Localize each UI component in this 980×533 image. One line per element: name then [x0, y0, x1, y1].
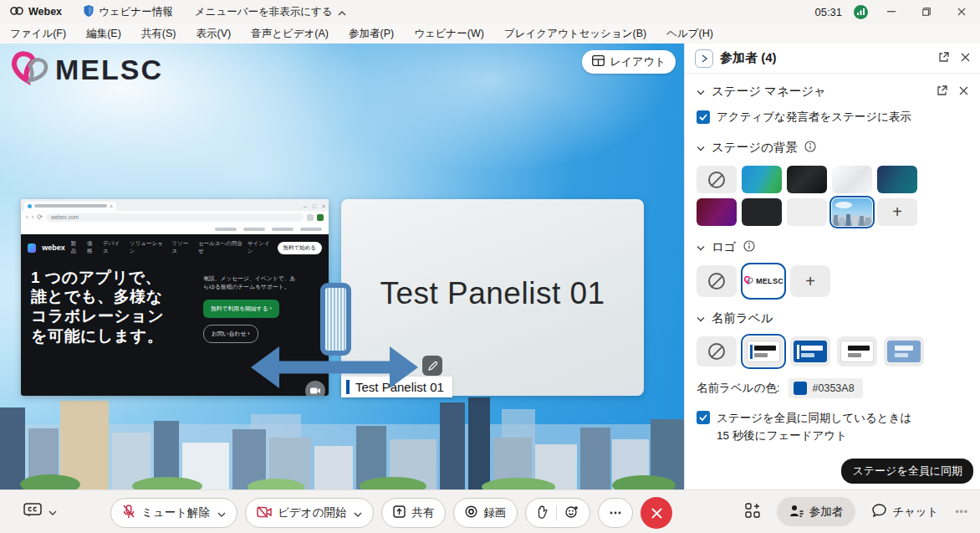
active-speaker-checkbox[interactable] [697, 110, 710, 124]
window-titlebar: Webex ウェビナー情報 メニューバーを非表示にする 05:31 [0, 0, 980, 23]
logo-section-title: ロゴ [712, 239, 737, 255]
share-button[interactable]: 共有 [381, 498, 446, 528]
background-bluegreen-swatch[interactable] [742, 166, 782, 193]
layout-button[interactable]: レイアウト [582, 50, 676, 74]
camera-off-icon [257, 506, 272, 520]
stage-brand-logo: MELSC [8, 49, 163, 91]
close-stage-manager-icon[interactable] [959, 85, 968, 98]
start-video-button[interactable]: ビデオの開始 [245, 498, 374, 528]
background-none-swatch[interactable] [697, 166, 737, 193]
name-label-style3-swatch[interactable] [837, 336, 877, 366]
background-chevron-icon[interactable] [697, 141, 705, 154]
name-label-style-row [685, 330, 980, 366]
apps-icon[interactable] [745, 503, 760, 520]
edit-name-label-button[interactable] [422, 356, 442, 376]
connection-quality-icon[interactable] [854, 5, 868, 19]
chat-button[interactable]: チャット [872, 504, 938, 520]
menu-file[interactable]: ファイル(F) [10, 27, 66, 41]
background-magenta-swatch[interactable] [697, 198, 737, 226]
stage-area: MELSC レイアウト × –□× ‹›⟳ webex.com webex 製品… [0, 44, 684, 489]
participants-toggle-button[interactable]: 参加者 [777, 497, 856, 526]
background-black-swatch[interactable] [742, 198, 782, 226]
browser-tab: × [24, 202, 116, 211]
video-options-chevron-icon[interactable] [354, 507, 362, 520]
browser-url-bar: ‹›⟳ webex.com [21, 211, 329, 223]
sync-stage-button[interactable]: ステージを全員に同期 [841, 459, 973, 484]
stage-manager-chevron-icon[interactable] [697, 85, 705, 98]
melsc-heart-icon-small [743, 275, 754, 288]
close-window-button[interactable] [950, 3, 973, 20]
more-options-button[interactable] [598, 498, 633, 528]
webinar-info-label: ウェビナー情報 [99, 5, 173, 19]
record-button[interactable]: 録画 [453, 498, 518, 528]
reactions-divider [556, 505, 557, 520]
name-label-chevron-icon[interactable] [697, 312, 705, 325]
menu-participants[interactable]: 参加者(P) [349, 27, 394, 41]
browser-url-field: webex.com [46, 213, 304, 222]
app-brand: Webex [10, 5, 62, 19]
participants-panel-title: 参加者 (4) [720, 50, 777, 66]
background-teal-swatch[interactable] [877, 166, 917, 193]
menu-edit[interactable]: 編集(E) [86, 27, 121, 41]
background-add-swatch[interactable]: + [877, 198, 917, 226]
webex-site-logo-icon [28, 243, 36, 253]
maximize-button[interactable] [915, 3, 938, 20]
name-label-style2-swatch[interactable] [790, 336, 830, 366]
sync-fadeout-checkbox-row[interactable]: ステージを全員に同期しているときは 15 秒後にフェードアウト [685, 398, 980, 447]
site-contact-sales: セールスへの問合せ [198, 240, 242, 255]
menu-audio-video[interactable]: 音声とビデオ(A) [251, 27, 329, 41]
logo-info-icon[interactable] [743, 240, 755, 254]
site-nav-devices: デバイス [103, 240, 124, 255]
logo-melsc-swatch-selected[interactable]: MELSC [743, 265, 783, 297]
unmute-button[interactable]: ミュート解除 [110, 498, 237, 528]
logo-add-swatch[interactable]: + [790, 265, 830, 297]
hide-menubar-button[interactable]: メニューバーを非表示にする [195, 5, 346, 19]
closed-captions-icon[interactable] [23, 503, 42, 520]
webinar-info-button[interactable]: ウェビナー情報 [84, 5, 173, 19]
site-nav-pricing: 価格 [87, 240, 97, 255]
mic-muted-icon [122, 505, 135, 521]
none-icon [708, 343, 725, 360]
browser-window-controls: –□× [304, 203, 325, 209]
name-label-style1-swatch-selected[interactable] [743, 336, 783, 366]
background-lightgray-swatch[interactable] [787, 198, 827, 226]
reactions-smiley-icon[interactable] [565, 505, 579, 521]
menu-breakout[interactable]: ブレイクアウトセッション(B) [504, 27, 646, 41]
toolbar-overflow-dots[interactable]: ••• [955, 506, 968, 518]
plus-icon: + [892, 202, 902, 222]
background-whitewave-swatch[interactable] [832, 166, 872, 193]
close-panel-icon[interactable] [961, 52, 970, 64]
leave-meeting-button[interactable] [641, 497, 672, 529]
name-label-style4-swatch[interactable] [884, 336, 924, 366]
participants-toggle-label: 参加者 [809, 505, 844, 520]
logo-none-swatch[interactable] [697, 265, 737, 297]
background-city-swatch-selected[interactable] [832, 198, 872, 226]
name-label-color-chip[interactable]: #0353A8 [789, 378, 863, 398]
popout-panel-icon[interactable] [938, 52, 949, 65]
raise-hand-icon[interactable] [537, 505, 548, 521]
chat-bubble-icon [872, 504, 886, 520]
collapse-panel-button[interactable] [695, 49, 713, 68]
minimize-button[interactable] [880, 3, 903, 20]
menu-help[interactable]: ヘルプ(H) [666, 27, 713, 41]
active-speaker-checkbox-row[interactable]: アクティブな発言者をステージに表示 [685, 103, 980, 126]
popout-stage-manager-icon[interactable] [937, 85, 947, 99]
plus-icon: + [805, 272, 815, 291]
background-info-icon[interactable] [804, 141, 816, 155]
menu-webinar[interactable]: ウェビナー(W) [414, 27, 484, 41]
audio-options-chevron-icon[interactable] [217, 507, 226, 520]
name-label-none-swatch[interactable] [697, 336, 737, 366]
sync-fadeout-checkbox[interactable] [697, 411, 710, 424]
menu-view[interactable]: 表示(V) [196, 27, 231, 41]
menubar: ファイル(F) 編集(E) 共有(S) 表示(V) 音声とビデオ(A) 参加者(… [0, 23, 980, 44]
none-icon [708, 273, 725, 290]
start-video-label: ビデオの開始 [278, 505, 346, 520]
layout-button-label: レイアウト [610, 54, 666, 69]
menu-share[interactable]: 共有(S) [141, 27, 176, 41]
captions-dropdown-icon[interactable] [48, 505, 57, 518]
background-blackwave-swatch[interactable] [787, 166, 827, 193]
logo-chevron-icon[interactable] [697, 241, 705, 254]
record-icon [465, 505, 477, 520]
site-nav-resources: リソース [171, 240, 192, 255]
site-hero-description: 電話、メッセージ、イベントで、あ らゆる規模のチームをサポート。 [203, 274, 322, 291]
